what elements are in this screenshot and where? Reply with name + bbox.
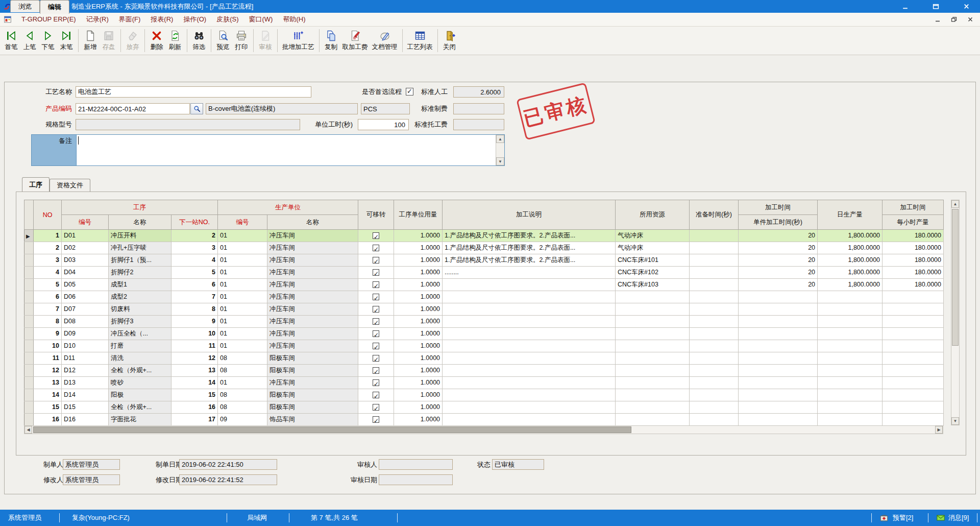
toolbar-button-get-processing-fee[interactable]: 取加工费	[340, 27, 370, 55]
statusbar-messages[interactable]: 消息[9]	[948, 510, 969, 526]
movable-checkbox[interactable]	[373, 245, 379, 251]
movable-checkbox[interactable]	[373, 318, 379, 325]
table-row[interactable]: 10D10打磨1101冲压车间1.0000	[24, 340, 944, 352]
header-resource[interactable]: 所用资源	[616, 200, 690, 230]
menu-item-6[interactable]: 窗口(W)	[244, 13, 278, 26]
make-date-input[interactable]	[179, 459, 277, 470]
table-row[interactable]: 6D06成型2701冲压车间1.0000	[24, 291, 944, 303]
table-row[interactable]: 12D12全检（外观+...1308阳极车间1.0000	[24, 365, 944, 377]
table-row[interactable]: 3D03折脚仔1（预...401冲压车间1.00001.产品结构及尺寸依工序图要…	[24, 254, 944, 267]
unit-input[interactable]	[361, 103, 410, 114]
menu-item-7[interactable]: 帮助(H)	[278, 13, 310, 26]
header-process-name[interactable]: 名称	[109, 215, 172, 230]
header-process-group[interactable]: 工序	[62, 200, 218, 215]
std-labor-input[interactable]	[453, 86, 504, 98]
header-unit-usage[interactable]: 工序单位用量	[394, 200, 443, 230]
table-row[interactable]: 8D08折脚仔3901冲压车间1.0000	[24, 316, 944, 328]
statusbar-alerts[interactable]: 预警[2]	[893, 510, 913, 526]
toolbar-button-first-record[interactable]: 首笔	[2, 27, 20, 55]
table-row[interactable]: 11D11清洗1208阳极车间1.0000	[24, 352, 944, 365]
header-daily-output[interactable]: 日生产量	[818, 200, 883, 230]
toolbar-button-preview[interactable]: 预览	[214, 27, 232, 55]
auditor-input[interactable]	[379, 459, 453, 470]
toolbar-button-audit[interactable]: 审核	[256, 27, 275, 55]
std-mfg-fee-input[interactable]	[453, 103, 504, 114]
header-movable[interactable]: 可移转	[358, 200, 394, 230]
toolbar-button-close[interactable]: 关闭	[440, 27, 459, 55]
menu-item-0[interactable]: T-GROUP ERP(E)	[16, 13, 81, 26]
header-next-station[interactable]: 下一站NO.	[172, 215, 218, 230]
header-hourly-output[interactable]: 每小时产量	[883, 215, 944, 230]
header-prep-time[interactable]: 准备时间(秒)	[690, 200, 739, 230]
toolbar-button-save[interactable]: 存盘	[100, 27, 118, 55]
table-row[interactable]: 2D02冲孔+压字唛301冲压车间1.00001.产品结构及尺寸依工序图要求。2…	[24, 242, 944, 254]
toolbar-button-discard[interactable]: 放弃	[124, 27, 142, 55]
tab-edit[interactable]: 编辑	[40, 0, 69, 14]
toolbar-button-copy[interactable]: 复制	[322, 27, 340, 55]
tab-process[interactable]: 工序	[22, 177, 50, 192]
movable-checkbox[interactable]	[373, 343, 379, 349]
scroll-left-icon[interactable]: ◀	[24, 426, 32, 434]
movable-checkbox[interactable]	[373, 269, 379, 276]
table-row[interactable]: 14D14阳极1508阳极车间1.0000	[24, 389, 944, 401]
toolbar-button-document-management[interactable]: 文档管理	[370, 27, 400, 55]
movable-checkbox[interactable]	[373, 355, 379, 362]
table-row[interactable]: 4D04折脚仔2501冲压车间1.0000........CNC车床#10220…	[24, 267, 944, 279]
modify-date-input[interactable]	[179, 474, 277, 485]
toolbar-button-process-list[interactable]: 工艺列表	[405, 27, 435, 55]
menu-item-3[interactable]: 报表(R)	[145, 13, 178, 26]
product-name-input[interactable]	[206, 103, 358, 114]
toolbar-button-refresh[interactable]: 刷新	[166, 27, 184, 55]
horizontal-scroll-thumb[interactable]	[33, 426, 631, 433]
tab-browse[interactable]: 浏览	[10, 0, 40, 12]
table-row[interactable]: 16D16字面批花1709饰品车间1.0000	[24, 414, 944, 426]
movable-checkbox[interactable]	[373, 232, 379, 239]
movable-checkbox[interactable]	[373, 294, 379, 300]
table-row[interactable]: 13D13喷砂1401冲压车间1.0000	[24, 377, 944, 389]
remark-textarea[interactable]	[77, 135, 496, 165]
toolbar-button-delete[interactable]: 删除	[148, 27, 166, 55]
vertical-scrollbar[interactable]: ▲ ▼	[951, 200, 960, 425]
scroll-up-icon[interactable]: ▲	[951, 200, 959, 208]
process-name-input[interactable]	[76, 86, 311, 98]
modifier-input[interactable]	[63, 474, 120, 485]
movable-checkbox[interactable]	[373, 379, 379, 386]
header-no[interactable]: NO	[34, 200, 62, 230]
header-unit-name[interactable]: 名称	[267, 215, 358, 230]
tab-qualification[interactable]: 资格文件	[50, 179, 90, 192]
vertical-scroll-thumb[interactable]	[952, 209, 959, 346]
spec-input[interactable]	[76, 119, 300, 130]
movable-checkbox[interactable]	[373, 392, 379, 398]
scroll-down-icon[interactable]: ▼	[951, 417, 959, 425]
product-lookup-button[interactable]	[190, 103, 203, 114]
maker-input[interactable]	[63, 459, 120, 470]
preferred-flow-checkbox[interactable]	[406, 88, 413, 95]
movable-checkbox[interactable]	[373, 257, 379, 264]
audit-date-input[interactable]	[379, 474, 453, 485]
table-row[interactable]: 7D07切废料801冲压车间1.0000	[24, 303, 944, 316]
header-instruction[interactable]: 加工说明	[443, 200, 616, 230]
scroll-down-icon[interactable]: ▼	[496, 157, 504, 165]
header-time-group-unit[interactable]: 加工时间	[739, 200, 818, 215]
menu-item-4[interactable]: 操作(O)	[178, 13, 211, 26]
window-close-button[interactable]	[960, 2, 973, 12]
toolbar-button-last-record[interactable]: 末笔	[57, 27, 76, 55]
window-restore-button[interactable]	[929, 2, 942, 12]
table-row[interactable]: 9D09冲压全检（...1001冲压车间1.0000	[24, 328, 944, 340]
movable-checkbox[interactable]	[373, 367, 379, 374]
menu-item-5[interactable]: 皮肤(S)	[211, 13, 243, 26]
toolbar-button-new[interactable]: 新增	[81, 27, 100, 55]
product-code-input[interactable]	[76, 103, 190, 114]
toolbar-button-next-record[interactable]: 下笔	[39, 27, 57, 55]
mdi-minimize-button[interactable]	[933, 15, 942, 23]
movable-checkbox[interactable]	[373, 306, 379, 313]
movable-checkbox[interactable]	[373, 416, 379, 423]
remark-scrollbar[interactable]: ▲ ▼	[496, 135, 504, 165]
header-unit-code[interactable]: 编号	[218, 215, 267, 230]
header-time-group-hour[interactable]: 加工时间	[883, 200, 944, 215]
scroll-up-icon[interactable]: ▲	[496, 135, 504, 143]
toolbar-button-batch-add-process[interactable]: 批增加工艺	[280, 27, 316, 55]
toolbar-button-print[interactable]: 打印	[232, 27, 251, 55]
unit-seconds-input[interactable]	[358, 119, 409, 130]
toolbar-button-filter[interactable]: 筛选	[190, 27, 208, 55]
